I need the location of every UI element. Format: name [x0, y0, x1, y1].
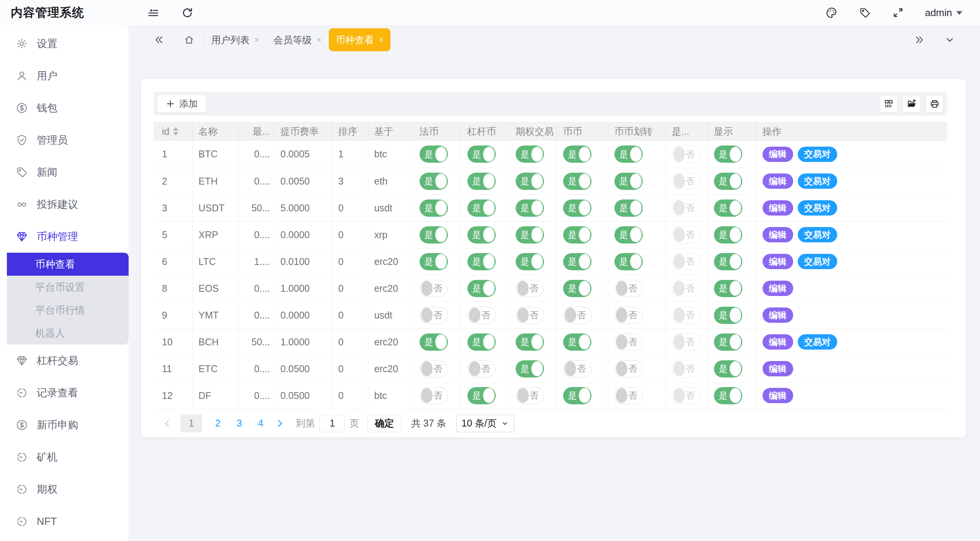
sidebar-item[interactable]: NFT	[0, 505, 129, 538]
edit-button[interactable]: 编辑	[763, 361, 793, 376]
sort-icon[interactable]	[173, 124, 178, 138]
toggle-on[interactable]: 是	[714, 226, 742, 244]
edit-button[interactable]: 编辑	[763, 254, 793, 269]
page-size-select[interactable]: 10 条/页	[456, 415, 514, 432]
toggle-on[interactable]: 是	[420, 173, 448, 190]
toggle-on[interactable]: 是	[516, 333, 544, 351]
toggle-on[interactable]: 是	[614, 145, 643, 163]
toggle-on[interactable]: 是	[563, 387, 591, 404]
toggle-off[interactable]: 否	[516, 280, 544, 297]
toggle-on[interactable]: 是	[467, 253, 496, 270]
toggle-on[interactable]: 是	[467, 173, 496, 190]
sidebar-collapse-icon[interactable]	[147, 7, 160, 19]
toggle-on[interactable]: 是	[467, 199, 496, 217]
export-button[interactable]	[903, 95, 920, 113]
page-number-1[interactable]: 1	[181, 414, 202, 432]
toggle-on[interactable]: 是	[516, 226, 544, 244]
toggle-on[interactable]: 是	[563, 226, 591, 244]
tab-item[interactable]: 用户列表×	[204, 28, 266, 51]
tab-active[interactable]: 币种查看×	[329, 28, 390, 51]
sidebar-item[interactable]: 钱包	[0, 92, 129, 124]
sidebar-item[interactable]: 币种管理	[0, 221, 129, 253]
toggle-on[interactable]: 是	[563, 145, 591, 163]
sidebar-item[interactable]: 新闻	[0, 156, 129, 188]
toggle-on[interactable]: 是	[714, 253, 742, 270]
edit-button[interactable]: 编辑	[763, 388, 793, 403]
print-button[interactable]	[926, 95, 943, 113]
sidebar-item[interactable]: 管理员	[0, 124, 129, 156]
toggle-off[interactable]: 否	[420, 387, 448, 404]
page-prev-button[interactable]	[159, 418, 176, 428]
edit-button[interactable]: 编辑	[763, 147, 793, 162]
toggle-on[interactable]: 是	[563, 253, 591, 270]
pair-button[interactable]: 交易对	[798, 173, 837, 189]
toggle-on[interactable]: 是	[614, 253, 643, 270]
sidebar-subitem[interactable]: 平台币行情	[7, 299, 129, 322]
tabs-scroll-left-button[interactable]	[144, 31, 174, 48]
toggle-on[interactable]: 是	[420, 226, 448, 244]
toggle-on[interactable]: 是	[516, 360, 544, 378]
toggle-on[interactable]: 是	[467, 387, 496, 404]
toggle-off[interactable]: 否	[420, 280, 448, 297]
toggle-on[interactable]: 是	[467, 145, 496, 163]
toggle-off[interactable]: 否	[672, 280, 700, 297]
toggle-on[interactable]: 是	[420, 333, 448, 351]
toggle-on[interactable]: 是	[714, 387, 742, 404]
toggle-on[interactable]: 是	[420, 253, 448, 270]
toggle-on[interactable]: 是	[714, 280, 742, 297]
toggle-off[interactable]: 否	[467, 360, 496, 378]
toggle-off[interactable]: 否	[672, 360, 700, 378]
pair-button[interactable]: 交易对	[798, 254, 837, 269]
toggle-off[interactable]: 否	[672, 173, 700, 190]
sidebar-item[interactable]: 期权	[0, 473, 129, 505]
columns-filter-button[interactable]	[880, 95, 897, 113]
toggle-on[interactable]: 是	[467, 226, 496, 244]
toggle-on[interactable]: 是	[614, 173, 643, 190]
edit-button[interactable]: 编辑	[763, 307, 793, 323]
toggle-off[interactable]: 否	[420, 360, 448, 378]
theme-palette-icon[interactable]	[825, 6, 838, 19]
toggle-on[interactable]: 是	[714, 360, 742, 378]
toggle-off[interactable]: 否	[672, 333, 700, 351]
toggle-on[interactable]: 是	[714, 307, 742, 324]
toggle-on[interactable]: 是	[467, 280, 496, 297]
toggle-off[interactable]: 否	[614, 280, 643, 297]
sidebar-item[interactable]: 投拆建议	[0, 188, 129, 221]
toggle-off[interactable]: 否	[563, 360, 591, 378]
toggle-off[interactable]: 否	[672, 307, 700, 324]
toggle-off[interactable]: 否	[614, 360, 643, 378]
pair-button[interactable]: 交易对	[798, 200, 837, 216]
page-next-button[interactable]	[271, 418, 288, 428]
toggle-on[interactable]: 是	[563, 280, 591, 297]
toggle-on[interactable]: 是	[516, 253, 544, 270]
page-number-4[interactable]: 4	[255, 418, 266, 429]
toggle-on[interactable]: 是	[714, 145, 742, 163]
tags-icon[interactable]	[859, 7, 871, 19]
toggle-off[interactable]: 否	[614, 333, 643, 351]
toggle-on[interactable]: 是	[614, 226, 643, 244]
tabs-scroll-right-button[interactable]	[904, 31, 934, 48]
edit-button[interactable]: 编辑	[763, 334, 793, 350]
user-menu[interactable]: admin	[925, 7, 962, 19]
close-icon[interactable]: ×	[254, 35, 259, 45]
sidebar-item[interactable]: 设置	[0, 28, 129, 60]
toggle-on[interactable]: 是	[516, 199, 544, 217]
toggle-off[interactable]: 否	[672, 226, 700, 244]
add-button[interactable]: 添加	[157, 95, 206, 113]
toggle-off[interactable]: 否	[672, 253, 700, 270]
toggle-off[interactable]: 否	[614, 387, 643, 404]
toggle-on[interactable]: 是	[563, 173, 591, 190]
toggle-off[interactable]: 否	[614, 307, 643, 324]
col-header-id[interactable]: id	[154, 122, 192, 141]
close-icon[interactable]: ×	[379, 35, 384, 45]
pair-button[interactable]: 交易对	[798, 334, 837, 350]
refresh-icon[interactable]	[181, 7, 194, 19]
toggle-off[interactable]: 否	[467, 307, 496, 324]
sidebar-item[interactable]: 新币申购	[0, 409, 129, 441]
edit-button[interactable]: 编辑	[763, 227, 793, 242]
edit-button[interactable]: 编辑	[763, 281, 793, 296]
toggle-on[interactable]: 是	[563, 199, 591, 217]
tab-item[interactable]: 会员等级×	[266, 28, 328, 51]
toggle-off[interactable]: 否	[672, 145, 700, 163]
toggle-on[interactable]: 是	[420, 199, 448, 217]
